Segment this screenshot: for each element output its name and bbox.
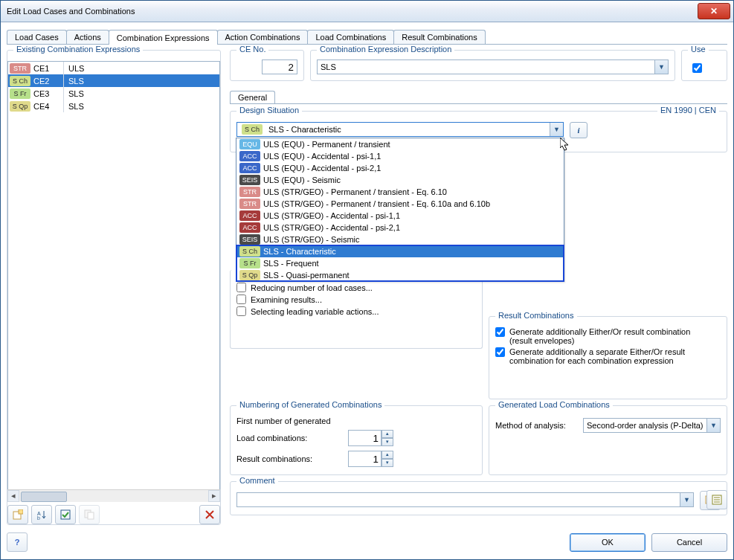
chevron-down-icon[interactable]: ▼ (550, 123, 563, 136)
method-dropdown[interactable]: Second-order analysis (P-Delta) ▼ (583, 418, 721, 433)
spin-up-icon[interactable]: ▴ (382, 451, 393, 459)
info-button[interactable]: i (570, 122, 587, 138)
comment-group: Comment ▼ (230, 481, 727, 515)
spin-down-icon[interactable]: ▾ (382, 438, 393, 446)
dialog-window: Edit Load Cases and Combinations ✕ Load … (0, 0, 734, 560)
chevron-down-icon[interactable]: ▼ (680, 493, 693, 506)
option-text: ULS (STR/GEO) - Permanent / transient - … (263, 187, 447, 196)
description-dropdown[interactable]: SLS ▼ (317, 59, 669, 74)
design-option[interactable]: ACCULS (EQU) - Accidental - psi-2,1 (236, 162, 564, 174)
help-button[interactable]: ? (7, 532, 28, 552)
option-tag: STR (239, 187, 260, 197)
sort-button[interactable]: Ab (31, 505, 52, 524)
design-option[interactable]: S ChSLS - Characteristic (236, 245, 564, 257)
design-option[interactable]: STRULS (STR/GEO) - Permanent / transient… (236, 186, 564, 198)
list-item[interactable]: S QpCE4SLS (8, 100, 219, 112)
delete-button[interactable] (199, 505, 220, 524)
result-option[interactable]: Generate additionally a separate Either/… (495, 347, 721, 365)
numbering-first-label: First number of generated (236, 416, 476, 425)
design-option[interactable]: SEISULS (STR/GEO) - Seismic (236, 234, 564, 245)
svg-rect-6 (88, 512, 94, 519)
list-item-name: CE2 (33, 77, 63, 86)
scroll-thumb[interactable] (21, 492, 67, 502)
copy-button (79, 505, 100, 524)
list-item[interactable]: S FrCE3SLS (8, 87, 219, 100)
close-button[interactable]: ✕ (698, 3, 730, 19)
checkbox[interactable] (236, 283, 246, 292)
scroll-left-arrow[interactable]: ◂ (7, 490, 19, 502)
design-option[interactable]: STRULS (STR/GEO) - Permanent / transient… (236, 198, 564, 210)
checkbox[interactable] (495, 347, 505, 357)
list-item[interactable]: STRCE1ULS (8, 62, 219, 74)
spin-up-icon[interactable]: ▴ (382, 430, 393, 438)
design-option[interactable]: S QpSLS - Quasi-permanent (236, 269, 564, 281)
numbering-title: Numbering of Generated Combinations (236, 400, 384, 409)
list-item-tag: STR (10, 63, 30, 74)
design-option[interactable]: S FrSLS - Frequent (236, 257, 564, 269)
result-combinations-spinner[interactable]: ▴▾ (348, 451, 393, 467)
option-text: SLS - Quasi-permanent (263, 271, 350, 280)
load-combinations-spinner[interactable]: ▴▾ (348, 430, 393, 446)
dialog-footer: ? OK Cancel (7, 531, 727, 553)
use-checkbox[interactable] (692, 63, 702, 73)
ce-no-label: CE No. (236, 45, 268, 54)
checkbox[interactable] (236, 306, 246, 316)
option-tag: SEIS (239, 175, 260, 185)
tab-general[interactable]: General (230, 91, 275, 103)
select-all-button[interactable] (55, 505, 76, 524)
expression-list[interactable]: STRCE1ULSS ChCE2SLSS FrCE3SLSS QpCE4SLS (7, 61, 220, 496)
option-text: SLS - Frequent (263, 259, 319, 268)
design-situation-title: Design Situation (236, 106, 302, 115)
list-item-desc: SLS (68, 77, 84, 86)
scroll-right-arrow[interactable]: ▸ (208, 490, 220, 502)
option-text: SLS - Characteristic (263, 247, 336, 256)
design-option[interactable]: ACCULS (STR/GEO) - Accidental - psi-1,1 (236, 210, 564, 222)
list-item[interactable]: S ChCE2SLS (8, 74, 219, 87)
option-text: ULS (STR/GEO) - Accidental - psi-2,1 (263, 223, 400, 232)
reduce-option[interactable]: Examining results... (236, 295, 476, 304)
checkbox[interactable] (236, 295, 246, 304)
tab-actions[interactable]: Actions (66, 30, 109, 44)
list-item-tag: S Ch (10, 76, 30, 86)
load-combinations-input[interactable] (348, 430, 382, 446)
tab-load-cases[interactable]: Load Cases (7, 30, 67, 44)
design-option[interactable]: ACCULS (STR/GEO) - Accidental - psi-2,1 (236, 222, 564, 234)
option-text: ULS (EQU) - Accidental - psi-1,1 (263, 152, 381, 161)
tab-combination-expressions[interactable]: Combination Expressions (109, 30, 218, 45)
tab-action-combinations[interactable]: Action Combinations (217, 30, 309, 44)
checkbox[interactable] (495, 327, 505, 337)
horizontal-scrollbar[interactable]: ◂ ▸ (7, 489, 220, 502)
result-combinations-label: Result combinations: (236, 454, 348, 463)
design-situation-dropdown[interactable]: S ChSLS - Characteristic ▼ (236, 122, 564, 137)
list-item-tag: S Fr (10, 88, 30, 99)
option-tag: STR (239, 199, 260, 209)
spin-down-icon[interactable]: ▾ (382, 459, 393, 467)
result-combinations-title: Result Combinations (495, 311, 577, 320)
design-option[interactable]: EQUULS (EQU) - Permanent / transient (236, 138, 564, 150)
chevron-down-icon[interactable]: ▼ (706, 419, 720, 432)
titlebar: Edit Load Cases and Combinations ✕ (1, 1, 733, 22)
tab-result-combinations[interactable]: Result Combinations (393, 30, 486, 44)
list-item-tag: S Qp (10, 101, 30, 112)
design-situation-list[interactable]: EQUULS (EQU) - Permanent / transientACCU… (236, 138, 564, 282)
design-option[interactable]: SEISULS (EQU) - Seismic (236, 174, 564, 186)
ok-button[interactable]: OK (570, 533, 646, 552)
option-text: ULS (STR/GEO) - Permanent / transient - … (263, 199, 490, 208)
comment-dropdown[interactable]: ▼ (236, 492, 694, 507)
numbering-group: Numbering of Generated Combinations Firs… (230, 405, 483, 475)
checkbox-label: Examining results... (251, 295, 322, 304)
result-option[interactable]: Generate additionally Either/Or result c… (495, 327, 721, 345)
tab-load-combinations[interactable]: Load Combinations (307, 30, 394, 44)
design-option[interactable]: ACCULS (EQU) - Accidental - psi-1,1 (236, 150, 564, 162)
description-label: Combination Expression Description (317, 45, 454, 54)
details-button[interactable] (706, 490, 727, 509)
cancel-button[interactable]: Cancel (651, 533, 727, 552)
option-tag: ACC (239, 222, 260, 233)
reduce-option[interactable]: Reducing number of load cases... (236, 283, 476, 292)
new-expression-button[interactable] (7, 505, 28, 524)
load-combinations-label: Load combinations: (236, 434, 348, 442)
method-label: Method of analysis: (495, 421, 577, 430)
reduce-option[interactable]: Selecting leading variable actions... (236, 306, 476, 316)
result-combinations-input[interactable] (348, 451, 382, 467)
chevron-down-icon[interactable]: ▼ (654, 60, 668, 74)
